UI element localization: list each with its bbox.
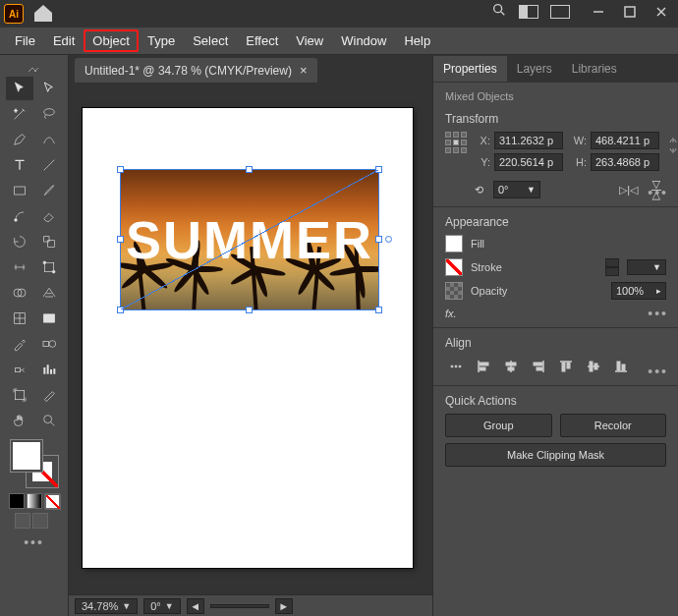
menu-window[interactable]: Window xyxy=(332,29,395,52)
rotate-input[interactable]: 0°▼ xyxy=(493,181,540,198)
h-input[interactable]: 263.4868 p xyxy=(591,153,659,171)
artboard-nav[interactable] xyxy=(210,604,269,608)
menu-file[interactable]: File xyxy=(6,29,44,52)
menu-effect[interactable]: Effect xyxy=(237,29,287,52)
close-tab-icon[interactable]: × xyxy=(300,63,308,78)
none-mode-button[interactable] xyxy=(44,493,60,509)
opacity-input[interactable]: 100%▸ xyxy=(611,282,666,300)
canvas[interactable]: SUMMER xyxy=(69,83,432,594)
align-left-button[interactable] xyxy=(473,356,494,377)
draw-behind-button[interactable] xyxy=(32,513,48,529)
artboard-tool[interactable] xyxy=(6,383,33,407)
home-icon[interactable] xyxy=(31,2,55,26)
direct-selection-tool[interactable] xyxy=(35,77,63,100)
selection-bounding-box[interactable]: SUMMER xyxy=(120,169,379,310)
make-clipping-mask-button[interactable]: Make Clipping Mask xyxy=(445,443,666,467)
width-tool[interactable] xyxy=(6,255,33,279)
type-tool[interactable] xyxy=(6,153,33,177)
link-wh-icon[interactable] xyxy=(667,132,678,159)
x-input[interactable]: 311.2632 p xyxy=(494,132,563,149)
artboard[interactable]: SUMMER xyxy=(83,108,413,568)
lasso-tool[interactable] xyxy=(35,102,63,126)
reference-point-selector[interactable] xyxy=(445,132,467,155)
symbol-sprayer-tool[interactable] xyxy=(6,358,33,381)
stroke-color-swatch[interactable] xyxy=(445,258,463,276)
gradient-tool[interactable] xyxy=(35,307,63,330)
text-object[interactable]: SUMMER xyxy=(121,170,378,309)
align-top-button[interactable] xyxy=(555,356,577,377)
eraser-tool[interactable] xyxy=(35,204,63,228)
shaper-tool[interactable] xyxy=(6,204,33,228)
zoom-tool[interactable] xyxy=(35,409,63,432)
svg-point-16 xyxy=(49,341,56,348)
menu-view[interactable]: View xyxy=(287,29,332,52)
minimize-button[interactable] xyxy=(588,4,609,20)
more-options-icon[interactable]: ••• xyxy=(648,306,668,321)
fill-stroke-swatch[interactable] xyxy=(11,440,58,487)
svg-rect-3 xyxy=(14,187,25,195)
eyedropper-tool[interactable] xyxy=(6,332,33,356)
menu-select[interactable]: Select xyxy=(184,29,237,52)
scale-tool[interactable] xyxy=(35,230,63,253)
arrange-docs-button[interactable] xyxy=(519,5,538,19)
stroke-weight-input[interactable]: ▼ xyxy=(627,259,666,275)
opacity-swatch[interactable] xyxy=(445,282,463,300)
selection-tool[interactable] xyxy=(6,77,33,100)
zoom-level[interactable]: 34.78%▼ xyxy=(75,598,138,614)
w-input[interactable]: 468.4211 p xyxy=(591,132,659,149)
hand-tool[interactable] xyxy=(6,409,33,432)
fill-swatch[interactable] xyxy=(11,440,42,472)
maximize-button[interactable] xyxy=(619,4,641,20)
column-graph-tool[interactable] xyxy=(35,358,63,381)
color-mode-button[interactable] xyxy=(9,493,25,509)
align-bottom-button[interactable] xyxy=(610,356,632,377)
document-tab[interactable]: Untitled-1* @ 34.78 % (CMYK/Preview) × xyxy=(75,58,317,83)
edit-toolbar-button[interactable]: ••• xyxy=(7,534,62,550)
fx-button[interactable]: fx. xyxy=(445,308,666,319)
svg-rect-33 xyxy=(617,362,620,370)
line-segment-tool[interactable] xyxy=(35,153,63,177)
align-to-button[interactable] xyxy=(445,356,467,377)
fill-color-swatch[interactable] xyxy=(445,235,463,252)
close-button[interactable] xyxy=(650,4,672,20)
tab-libraries[interactable]: Libraries xyxy=(562,56,627,82)
toolbox-collapse-icon[interactable] xyxy=(25,63,44,73)
more-options-icon[interactable]: ••• xyxy=(648,185,668,200)
gradient-mode-button[interactable] xyxy=(27,493,42,509)
rotate-view[interactable]: 0°▼ xyxy=(143,598,180,614)
draw-normal-button[interactable] xyxy=(15,513,30,529)
rectangle-tool[interactable] xyxy=(6,179,33,202)
placed-image[interactable] xyxy=(121,170,378,309)
group-button[interactable]: Group xyxy=(445,414,552,437)
menu-type[interactable]: Type xyxy=(139,29,184,52)
align-vcenter-button[interactable] xyxy=(583,356,604,377)
artboard-next-button[interactable]: ► xyxy=(275,598,293,614)
y-input[interactable]: 220.5614 p xyxy=(494,153,563,171)
curvature-tool[interactable] xyxy=(35,128,63,151)
svg-rect-34 xyxy=(622,364,625,370)
slice-tool[interactable] xyxy=(35,383,63,407)
workspace-switcher-button[interactable] xyxy=(550,5,570,19)
paintbrush-tool[interactable] xyxy=(35,179,63,202)
menu-object[interactable]: Object xyxy=(84,29,139,52)
blend-tool[interactable] xyxy=(35,332,63,356)
recolor-button[interactable]: Recolor xyxy=(560,414,667,437)
pen-tool[interactable] xyxy=(6,128,33,151)
search-icon[interactable] xyxy=(491,2,507,21)
mesh-tool[interactable] xyxy=(6,307,33,330)
rotate-tool[interactable] xyxy=(6,230,33,253)
perspective-grid-tool[interactable] xyxy=(35,281,63,305)
more-options-icon[interactable]: ••• xyxy=(648,364,668,379)
tab-layers[interactable]: Layers xyxy=(507,56,562,82)
flip-horizontal-button[interactable]: ▷|◁ xyxy=(619,184,638,196)
magic-wand-tool[interactable] xyxy=(6,102,33,126)
stroke-weight-stepper[interactable] xyxy=(605,258,619,276)
shape-builder-tool[interactable] xyxy=(6,281,33,305)
menu-help[interactable]: Help xyxy=(395,29,439,52)
free-transform-tool[interactable] xyxy=(35,255,63,279)
menu-edit[interactable]: Edit xyxy=(44,29,84,52)
tab-properties[interactable]: Properties xyxy=(433,56,507,82)
align-right-button[interactable] xyxy=(528,356,549,377)
align-hcenter-button[interactable] xyxy=(500,356,522,377)
artboard-prev-button[interactable]: ◄ xyxy=(187,598,204,614)
